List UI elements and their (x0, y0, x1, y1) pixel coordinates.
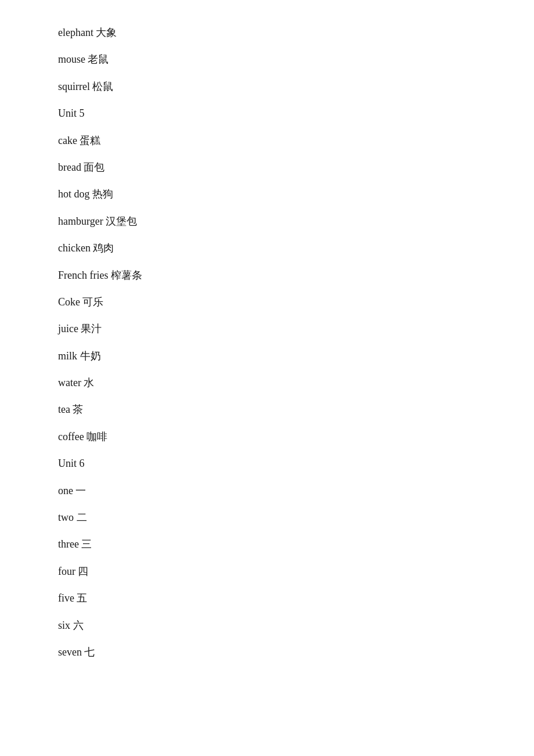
vocab-item: coffee 咖啡 (58, 427, 476, 446)
vocab-item: tea 茶 (58, 400, 476, 419)
vocab-item: elephant 大象 (58, 23, 476, 42)
vocab-item: hamburger 汉堡包 (58, 212, 476, 231)
vocab-item: juice 果汁 (58, 319, 476, 338)
vocab-item: one 一 (58, 481, 476, 500)
vocab-item: bread 面包 (58, 158, 476, 177)
vocab-item: five 五 (58, 589, 476, 607)
vocab-item: Coke 可乐 (58, 293, 476, 311)
vocab-item: chicken 鸡肉 (58, 239, 476, 257)
vocab-item: three 三 (58, 535, 476, 553)
vocab-item: two 二 (58, 508, 476, 527)
vocab-item: milk 牛奶 (58, 347, 476, 365)
vocab-item: French fries 榨薯条 (58, 266, 476, 285)
vocab-item: hot dog 热狗 (58, 185, 476, 203)
vocab-item: squirrel 松鼠 (58, 77, 476, 96)
vocab-item: mouse 老鼠 (58, 50, 476, 69)
vocab-item: seven 七 (58, 643, 476, 661)
vocab-item: six 六 (58, 616, 476, 635)
vocab-item: cake 蛋糕 (58, 131, 476, 150)
vocab-item: water 水 (58, 373, 476, 392)
unit-header: Unit 6 (58, 454, 476, 473)
unit-header: Unit 5 (58, 104, 476, 123)
content-area: elephant 大象mouse 老鼠squirrel 松鼠Unit 5cake… (0, 0, 534, 693)
vocab-item: four 四 (58, 562, 476, 581)
